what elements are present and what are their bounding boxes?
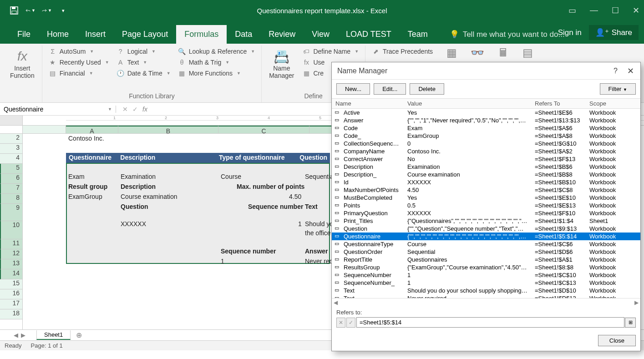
text-button[interactable]: AText▼	[114, 57, 173, 67]
lookup-button[interactable]: 🔍Lookup & Reference▼	[175, 46, 258, 56]
horizontal-scrollbar[interactable]: ◀▶	[332, 298, 640, 306]
row-header-17[interactable]: 17	[0, 299, 22, 309]
tab-page-layout[interactable]: Page Layout	[114, 25, 176, 44]
sheet-tab-sheet1[interactable]: Sheet1	[36, 330, 71, 340]
add-sheet-icon[interactable]: ⊕	[76, 331, 82, 339]
name-row-code[interactable]: ▭CodeExam=Sheet1!$A$6Workbook	[332, 124, 640, 132]
redo-icon[interactable]: ▼	[42, 5, 52, 15]
name-row-text_[interactable]: ▭Text_Never required=Sheet1!$D$13Workboo…	[332, 294, 640, 298]
name-row-sequencenumber_[interactable]: ▭SequenceNumber_1=Sheet1!$C$13Workbook	[332, 279, 640, 287]
tab-insert[interactable]: Insert	[77, 25, 114, 44]
new-name-button[interactable]: New...	[336, 83, 370, 95]
name-row-reporttitle[interactable]: ▭ReportTitleQuestionnaires=Sheet1!$A$1Wo…	[332, 256, 640, 263]
sheet-nav-next-icon[interactable]: ▶	[21, 332, 25, 339]
name-row-question[interactable]: ▭Question{"","Question","Sequence number…	[332, 225, 640, 233]
row-header-6[interactable]: 6	[0, 174, 22, 184]
tab-review[interactable]: Review	[260, 25, 304, 44]
name-list[interactable]: ▭ActiveYes=Sheet1!$E$6Workbook▭Answer{""…	[332, 109, 640, 298]
ribbon-options-icon[interactable]: ▭	[568, 5, 576, 15]
enter-formula-icon[interactable]: ✓	[132, 106, 138, 113]
row-header-12[interactable]: 12	[0, 249, 22, 259]
row-header-11[interactable]: 11	[0, 239, 22, 249]
range-picker-icon[interactable]: ⊞	[625, 318, 636, 328]
name-row-description_[interactable]: ▭Description_Course examination=Sheet1!$…	[332, 171, 640, 178]
insert-function-button[interactable]: fx Insert Function	[6, 46, 38, 81]
name-row-id[interactable]: ▭IdXXXXXX=Sheet1!$B$10Workbook	[332, 178, 640, 186]
name-row-primaryquestion[interactable]: ▭PrimaryQuestionXXXXXX=Sheet1!$F$10Workb…	[332, 209, 640, 217]
name-row-answer[interactable]: ▭Answer{"","","1","Never required","0.5"…	[332, 116, 640, 124]
date-time-button[interactable]: 🕐Date & Time▼	[114, 68, 173, 78]
minimize-icon[interactable]: —	[590, 5, 598, 15]
refers-to-input[interactable]	[356, 317, 624, 328]
recently-used-button[interactable]: ★Recently Used▼	[46, 57, 112, 67]
name-row-maxnumberofpoints[interactable]: ▭MaxNumberOfPoints4.50=Sheet1!$C$8Workbo…	[332, 186, 640, 194]
row-header-14[interactable]: 14	[0, 269, 22, 279]
col-header-C[interactable]: C	[218, 126, 309, 133]
close-window-icon[interactable]: ✕	[633, 5, 639, 15]
more-functions-button[interactable]: ▦More Functions▼	[175, 68, 258, 78]
row-header-18[interactable]: 18	[0, 309, 22, 319]
cancel-formula-icon[interactable]: ✕	[122, 106, 128, 113]
name-row-active[interactable]: ▭ActiveYes=Sheet1!$E$6Workbook	[332, 109, 640, 116]
tab-formulas[interactable]: Formulas	[176, 25, 227, 44]
name-row-sequencenumber[interactable]: ▭SequenceNumber1=Sheet1!$C$10Workbook	[332, 271, 640, 279]
tab-home[interactable]: Home	[39, 25, 77, 44]
row-header-2[interactable]: 2	[0, 134, 22, 144]
delete-name-button[interactable]: Delete	[410, 83, 444, 95]
name-row-text[interactable]: ▭TextShould you do your school supply sh…	[332, 287, 640, 294]
save-icon[interactable]	[9, 5, 19, 15]
row-header-9[interactable]: 9	[0, 204, 22, 221]
name-row-points[interactable]: ▭Points0.5=Sheet1!$E$13Workbook	[332, 202, 640, 209]
qat-customize-icon[interactable]: ▾	[58, 5, 68, 15]
name-list-header[interactable]: Name Value Refers To Scope	[332, 98, 640, 109]
define-name-button[interactable]: 🏷Define Name▼	[299, 46, 361, 56]
row-headers[interactable]: 23456789101112131415161718	[0, 134, 23, 329]
dialog-close-icon[interactable]: ✕	[627, 66, 634, 76]
tab-data[interactable]: Data	[227, 25, 260, 44]
col-header-A[interactable]: A	[66, 126, 118, 133]
name-row-questionnairetype[interactable]: ▭QuestionnaireTypeCourse=Sheet1!$C$6Work…	[332, 240, 640, 248]
name-row-collectionsequencenu...[interactable]: ▭CollectionSequenceNu...0=Sheet1!$G$10Wo…	[332, 140, 640, 147]
tab-load-test[interactable]: LOAD TEST	[338, 25, 400, 44]
name-row-mustbecompleted[interactable]: ▭MustBeCompletedYes=Sheet1!$E$10Workbook	[332, 194, 640, 202]
namebox-dropdown-icon[interactable]: ▼	[108, 107, 112, 111]
math-button[interactable]: θMath & Trig▼	[175, 57, 258, 67]
refers-accept-icon[interactable]: ✓	[346, 318, 355, 328]
name-row-questionorder[interactable]: ▭QuestionOrderSequential=Sheet1!$D$6Work…	[332, 248, 640, 256]
name-row-description[interactable]: ▭DescriptionExamination=Sheet1!$B$6Workb…	[332, 163, 640, 171]
row-header-7[interactable]: 7	[0, 184, 22, 194]
row-header-10[interactable]: 10	[0, 221, 22, 239]
name-row-resultsgroup[interactable]: ▭ResultsGroup{"ExamGroup","Course examin…	[332, 263, 640, 271]
dialog-help-icon[interactable]: ?	[614, 67, 618, 75]
row-header-5[interactable]: 5	[0, 164, 22, 174]
filter-button[interactable]: Filter ▼	[600, 83, 636, 95]
select-all-corner[interactable]	[0, 116, 23, 126]
tell-me-box[interactable]: 💡 Tell me what you want to do...	[450, 25, 565, 44]
autosum-button[interactable]: ΣAutoSum▼	[46, 46, 112, 56]
name-row-companyname[interactable]: ▭CompanyNameContoso Inc.=Sheet1!$A$2Work…	[332, 147, 640, 155]
refers-cancel-icon[interactable]: ✕	[336, 318, 345, 328]
tab-view[interactable]: View	[304, 25, 338, 44]
fx-formula-icon[interactable]: fx	[142, 106, 147, 113]
logical-button[interactable]: ?Logical▼	[114, 46, 173, 56]
name-box[interactable]: Questionnaire ▼	[0, 106, 116, 113]
name-row-print_titles[interactable]: ▭Print_Titles{"Questionnaires","","","",…	[332, 217, 640, 225]
row-header-8[interactable]: 8	[0, 194, 22, 204]
column-headers[interactable]: ABCD	[23, 126, 375, 134]
name-manager-button[interactable]: 📇 Name Manager	[265, 46, 298, 92]
col-header-blank[interactable]	[23, 126, 66, 133]
row-header-3[interactable]: 3	[0, 144, 22, 154]
sheet-nav-prev-icon[interactable]: ◀	[14, 332, 18, 339]
row-header-4[interactable]: 4	[0, 154, 22, 164]
name-row-code_[interactable]: ▭Code_ExamGroup=Sheet1!$A$8Workbook	[332, 132, 640, 140]
maximize-icon[interactable]: ☐	[612, 5, 619, 15]
name-row-questionnaire[interactable]: ▭Questionnaire{"","","","","","","","","…	[332, 233, 640, 240]
trace-precedents-button[interactable]: ⬈Trace Precedents	[369, 46, 436, 56]
row-header-13[interactable]: 13	[0, 259, 22, 269]
edit-name-button[interactable]: Edit...	[374, 83, 406, 95]
undo-icon[interactable]: ▼	[25, 5, 35, 15]
col-header-B[interactable]: B	[118, 126, 218, 133]
tab-team[interactable]: Team	[400, 25, 436, 44]
row-header-16[interactable]: 16	[0, 289, 22, 299]
tab-file[interactable]: File	[9, 25, 39, 44]
